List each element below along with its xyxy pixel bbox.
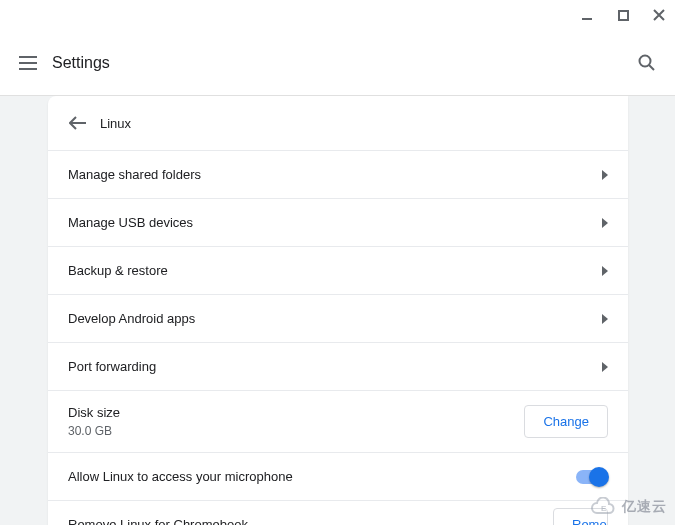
row-manage-shared-folders[interactable]: Manage shared folders xyxy=(48,150,628,198)
svg-rect-4 xyxy=(19,68,37,70)
svg-point-5 xyxy=(640,55,651,66)
svg-rect-3 xyxy=(19,62,37,64)
chevron-right-icon xyxy=(602,266,608,276)
svg-rect-1 xyxy=(619,11,628,20)
svg-line-6 xyxy=(649,65,654,70)
minimize-icon xyxy=(581,9,593,21)
window-maximize-button[interactable] xyxy=(611,3,635,27)
row-label: Remove Linux for Chromebook xyxy=(68,517,248,525)
svg-text:E: E xyxy=(601,504,607,513)
section-title: Linux xyxy=(100,116,131,131)
row-allow-microphone: Allow Linux to access your microphone xyxy=(48,452,628,500)
watermark-text: 亿速云 xyxy=(622,498,667,516)
row-develop-android-apps[interactable]: Develop Android apps xyxy=(48,294,628,342)
row-label: Manage shared folders xyxy=(68,167,201,182)
svg-rect-2 xyxy=(19,56,37,58)
row-remove-linux: Remove Linux for Chromebook Remove xyxy=(48,500,628,525)
section-header: Linux xyxy=(48,96,628,150)
app-title: Settings xyxy=(52,54,110,72)
svg-rect-0 xyxy=(582,18,592,20)
chevron-right-icon xyxy=(602,314,608,324)
microphone-toggle[interactable] xyxy=(576,470,608,484)
chevron-right-icon xyxy=(602,218,608,228)
arrow-left-icon xyxy=(69,116,87,130)
window-minimize-button[interactable] xyxy=(575,3,599,27)
cloud-icon: E xyxy=(590,497,616,517)
row-label: Backup & restore xyxy=(68,263,168,278)
window-close-button[interactable] xyxy=(647,3,671,27)
change-button[interactable]: Change xyxy=(524,405,608,438)
row-disk-size: Disk size 30.0 GB Change xyxy=(48,390,628,452)
row-port-forwarding[interactable]: Port forwarding xyxy=(48,342,628,390)
hamburger-icon xyxy=(19,56,37,70)
row-label: Manage USB devices xyxy=(68,215,193,230)
row-backup-restore[interactable]: Backup & restore xyxy=(48,246,628,294)
disk-size-text: Disk size 30.0 GB xyxy=(68,405,120,438)
chevron-right-icon xyxy=(602,362,608,372)
close-icon xyxy=(653,9,665,21)
maximize-icon xyxy=(618,10,629,21)
back-button[interactable] xyxy=(68,113,88,133)
row-manage-usb-devices[interactable]: Manage USB devices xyxy=(48,198,628,246)
toggle-knob xyxy=(589,467,609,487)
content-area: Linux Manage shared folders Manage USB d… xyxy=(0,96,675,525)
menu-button[interactable] xyxy=(16,51,40,75)
window-titlebar xyxy=(0,0,675,30)
search-button[interactable] xyxy=(635,51,659,75)
row-label: Port forwarding xyxy=(68,359,156,374)
search-icon xyxy=(638,54,656,72)
watermark: E 亿速云 xyxy=(590,497,667,517)
app-header: Settings xyxy=(0,30,675,96)
row-label: Develop Android apps xyxy=(68,311,195,326)
settings-panel: Linux Manage shared folders Manage USB d… xyxy=(48,96,628,525)
disk-size-label: Disk size xyxy=(68,405,120,420)
disk-size-value: 30.0 GB xyxy=(68,424,120,438)
row-label: Allow Linux to access your microphone xyxy=(68,469,293,484)
chevron-right-icon xyxy=(602,170,608,180)
